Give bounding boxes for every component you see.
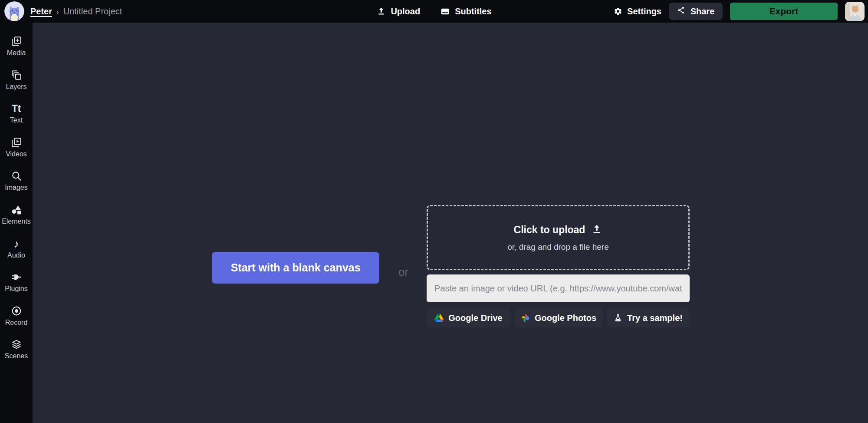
sidebar-label: Layers <box>6 83 26 91</box>
sidebar-item-record[interactable]: Record <box>0 305 33 327</box>
share-icon <box>677 6 685 17</box>
sidebar-label: Audio <box>7 251 25 259</box>
file-dropzone[interactable]: Click to upload or, drag and drop a file… <box>427 205 690 270</box>
start-blank-canvas-button[interactable]: Start with a blank canvas <box>212 252 379 284</box>
editor-canvas: Start with a blank canvas or Click to up… <box>33 23 868 423</box>
sidebar-item-images[interactable]: Images <box>0 170 33 192</box>
text-tt-icon: Tt <box>12 103 21 114</box>
gear-icon <box>614 7 622 16</box>
sidebar-label: Images <box>5 184 27 192</box>
flask-icon <box>614 314 622 322</box>
sidebar-label: Record <box>5 319 28 327</box>
sidebar-item-plugins[interactable]: Plugins <box>0 271 33 293</box>
user-avatar[interactable] <box>845 2 865 21</box>
breadcrumb: Peter › Untitled Project <box>30 7 122 17</box>
upload-label: Upload <box>391 7 420 17</box>
dropzone-title-row: Click to upload <box>514 224 603 237</box>
upload-panel: Click to upload or, drag and drop a file… <box>427 205 690 327</box>
sidebar-label: Media <box>7 49 26 57</box>
sidebar-label: Plugins <box>5 285 27 293</box>
sidebar-item-videos[interactable]: Videos <box>0 137 33 158</box>
sidebar-item-audio[interactable]: ♪ Audio <box>0 238 33 259</box>
export-button[interactable]: Export <box>730 3 838 20</box>
breadcrumb-user-link[interactable]: Peter <box>30 7 52 17</box>
try-sample-label: Try a sample! <box>627 313 683 323</box>
sidebar-item-layers[interactable]: Layers <box>0 69 33 91</box>
sidebar-label: Elements <box>2 218 31 225</box>
sidebar-item-media[interactable]: Media <box>0 36 33 57</box>
sidebar-item-text[interactable]: Tt Text <box>0 103 33 124</box>
settings-button[interactable]: Settings <box>614 0 661 23</box>
google-drive-button[interactable]: Google Drive <box>427 309 510 327</box>
top-bar-center: Upload Subtitles <box>376 0 491 23</box>
dropzone-title: Click to upload <box>514 224 585 236</box>
upload-button[interactable]: Upload <box>376 0 420 23</box>
plug-icon <box>11 271 22 283</box>
top-bar: Peter › Untitled Project Upload <box>0 0 868 23</box>
kapwing-editor: Peter › Untitled Project Upload <box>0 0 868 423</box>
share-button[interactable]: Share <box>669 3 723 20</box>
sidebar-label: Videos <box>6 150 27 158</box>
media-url-input[interactable] <box>427 274 690 302</box>
google-photos-icon <box>521 314 530 323</box>
import-source-row: Google Drive Google Photos <box>427 309 690 327</box>
record-icon <box>11 305 22 317</box>
sidebar-label: Text <box>10 116 23 124</box>
kapwing-cat-logo-icon[interactable] <box>4 1 24 21</box>
settings-label: Settings <box>627 7 661 17</box>
breadcrumb-separator: › <box>56 8 59 17</box>
scenes-layers-icon <box>11 339 22 350</box>
media-add-icon <box>11 36 22 47</box>
layers-stack-icon <box>11 69 22 81</box>
google-drive-icon <box>434 314 444 322</box>
video-play-icon <box>11 137 22 148</box>
breadcrumb-project-title[interactable]: Untitled Project <box>63 7 122 17</box>
google-photos-label: Google Photos <box>535 313 596 323</box>
sidebar-label: Scenes <box>5 352 28 360</box>
upload-icon <box>376 7 386 16</box>
upload-arrow-icon <box>591 224 602 237</box>
or-separator-label: or <box>394 266 413 278</box>
shapes-icon <box>11 204 22 215</box>
search-icon <box>11 170 22 182</box>
top-bar-left: Peter › Untitled Project <box>0 1 122 21</box>
sidebar-item-scenes[interactable]: Scenes <box>0 339 33 360</box>
try-sample-button[interactable]: Try a sample! <box>607 309 690 327</box>
music-note-icon: ♪ <box>13 238 19 249</box>
share-label: Share <box>690 7 715 17</box>
sidebar-item-elements[interactable]: Elements <box>0 204 33 225</box>
google-photos-button[interactable]: Google Photos <box>514 309 603 327</box>
subtitles-button[interactable]: Subtitles <box>440 0 491 23</box>
google-drive-label: Google Drive <box>448 313 502 323</box>
dropzone-subtitle: or, drag and drop a file here <box>507 242 608 252</box>
tools-sidebar: Media Layers Tt Text <box>0 23 33 423</box>
top-bar-right: Settings Share Export <box>614 0 868 23</box>
subtitles-icon <box>440 7 450 17</box>
subtitles-label: Subtitles <box>455 7 491 17</box>
